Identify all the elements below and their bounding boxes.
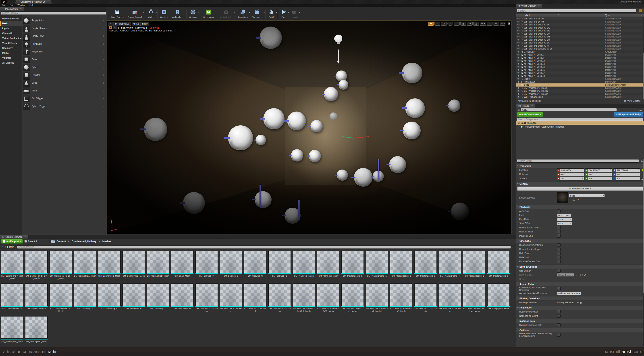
clear-icon[interactable]: ✗ [584,274,586,276]
location-label[interactable]: Location▾ [516,168,556,172]
category-geometry[interactable]: Geometry [0,46,22,51]
close-icon[interactable]: ✕ [538,5,540,7]
scale-snap-value[interactable]: 1▾ [493,22,499,26]
outliner-row-mi-atlas-a-decal16[interactable]: ◪MI_Atlas_A_Decal16DecalActor [516,68,644,72]
level-tab[interactable]: Condemned_Hallway_06* [15,0,52,4]
visibility-toggle[interactable] [516,33,520,35]
asset-tile-sm-ceiling-int-b-2x4-mesh[interactable]: SM_Ceiling_Int_B_2x4_Mesh [25,251,48,283]
category-cinematic[interactable]: Cinematic [0,31,22,36]
asset-tile-sm-plasterdebris-a-mesh[interactable]: SM_PlasterDebris_A_Mesh [50,284,72,315]
asset-tile-sm-ceilingtiled-mesh[interactable]: SM_CeilingTileD_Mesh [147,251,169,283]
move-tool-button[interactable]: ✣ [428,22,434,26]
outliner-row-sm-wallpaperc-mesh3[interactable]: ⌂SM_WallpaperC_Mesh3StaticMeshActor [516,89,644,93]
place-actor-empty-character[interactable]: Empty Character≣ [23,24,106,32]
unchecked-checkbox[interactable] [557,243,560,247]
visibility-toggle[interactable] [516,63,520,65]
unchecked-checkbox[interactable] [557,226,560,229]
outliner-row-wb-wall-int-window-a-2x[interactable]: ⌂WB_Wall_Int_Window_A_2xStaticMeshActor [516,47,644,50]
unchecked-checkbox[interactable] [557,230,560,233]
scale-x-field[interactable]: X1.0↔ [557,177,584,180]
visibility-toggle[interactable] [516,69,520,71]
section-playback[interactable]: ▾Playback [516,205,644,209]
scale-snap-button[interactable]: ↗ [487,22,492,26]
asset-tile-sm-wall-int-corner-1x1-mesh[interactable]: SM_Wall_Int_Corner_1x1_Mesh [342,284,364,315]
section-instance-data[interactable]: ▾Instance Data [516,319,644,323]
reset-icon[interactable]: ↺ [577,198,579,201]
asset-tile-sm-plasterdebris-5[interactable]: SM_PlasterDebris_5 [463,251,485,283]
outliner-row-wb-wall-int-door-a-2x[interactable]: ⌂WB_Wall_Int_Door_A_2xStaticMeshActor [516,23,644,26]
outliner-row-mi-atlas-a-decal17[interactable]: ◪MI_Atlas_A_Decal17DecalActor [516,71,644,74]
search-components-input[interactable] [516,118,643,121]
asset-tile-sm-wallpaperb-mesh[interactable]: SM_WallpaperB_Mesh [1,316,23,348]
visibility-toggle[interactable] [516,84,520,86]
asset-tile-sm-cobweb-a[interactable]: SM_Cobweb_A [196,251,218,283]
search-details-input[interactable] [516,159,639,163]
content-button[interactable]: Content [158,8,170,19]
back-arrow-icon[interactable]: ← [575,274,578,276]
menu-help[interactable]: Help [28,4,36,7]
outliner-row-mi-atlas-a-decal13[interactable]: ◪MI_Atlas_A_Decal13DecalActor [516,59,644,62]
visibility-toggle[interactable] [516,66,520,68]
outliner-search-input[interactable] [517,9,636,12]
show-button[interactable]: Show [140,22,149,26]
outliner-row-wb-wall-int-door-a-2x6[interactable]: ⌂WB_Wall_Int_Door_A_2x6StaticMeshActor [516,38,644,41]
unchecked-checkbox[interactable] [557,252,560,255]
search-icon[interactable] [578,274,581,276]
outliner-row-wb-wall-int-door-a-2x2[interactable]: ⌂WB_Wall_Int_Door_A_2x2StaticMeshActor [516,26,644,29]
outliner-row-mi-atlas-a-decal2[interactable]: ◪MI_Atlas_A_Decal2DecalActor [516,56,644,59]
place-actor-cube[interactable]: Cube≣ [23,55,106,63]
outliner-row-wb-wall-int-door-a-2x4[interactable]: ⌂WB_Wall_Int_Door_A_2x4StaticMeshActor [516,32,644,35]
visibility-toggle[interactable] [516,27,520,29]
unchecked-checkbox[interactable] [557,256,560,259]
asset-tile-sm-ceilingtilea-mesh[interactable]: SM_CeilingTileA_Mesh [74,251,96,283]
breadcrumb-content[interactable]: Content [56,240,66,243]
section-transform[interactable]: ▾Transform [516,164,644,168]
visibility-toggle[interactable] [516,72,520,74]
visibility-toggle[interactable] [516,39,520,41]
place-actor-point-light[interactable]: Point Light≣ [23,40,106,48]
breadcrumb-project[interactable]: Condemned_Hallway [72,240,96,243]
plus-icon[interactable]: + [582,274,583,276]
rotation-x-field[interactable]: X0.0 °↔ [557,173,584,176]
place-actor-empty-actor[interactable]: Empty Actor≣ [23,16,106,24]
asset-tile-sm-cobweb-b[interactable]: SM_Cobweb_B [220,251,242,283]
stop-piloting-button[interactable]: ▲ [109,26,112,29]
category-volumes[interactable]: Volumes [0,55,22,60]
place-actor-player-start[interactable]: Player Start≣ [23,48,106,55]
rotation-snap-button[interactable]: △ [473,22,479,26]
visibility-toggle[interactable] [516,90,520,92]
category-basic[interactable]: Basic [0,21,22,26]
search-icon[interactable] [573,199,575,201]
asset-tile-sm-trashbag-d[interactable]: SM_TrashBag_D [147,284,169,315]
visibility-toggle[interactable] [516,87,520,89]
category-virtual-production[interactable]: Virtual Production [0,36,22,41]
asset-tile-sm-wall-int-d-4x-mesh[interactable]: SM_Wall_Int_D_4x_Mesh [414,284,437,315]
details-scrollbar[interactable] [643,159,644,346]
build-button[interactable]: Build▾ [266,8,276,19]
asset-tile-sm-wallpaperc-mesh[interactable]: SM_WallpaperC_Mesh [25,316,48,348]
asset-tile-sm-wall-int-corner-3x3-mesh[interactable]: SM_Wall_Int_Corner_3x3_Mesh [390,284,412,315]
open-level-sequence-button[interactable]: Open Level Sequence [517,186,643,191]
level-viewport[interactable]: ▾ Perspective Lit Show ▲ [ Pilot Active … [107,20,512,234]
category-lights[interactable]: Lights [0,26,22,31]
asset-tile-sm-ceiling-int-a-2x4-mesh[interactable]: SM_Ceiling_Int_A_2x4_Mesh [1,251,23,283]
asset-tile-sm-wall-int-corner-2x2-mesh1[interactable]: SM_Wall_Int_Corner_2x2_Mesh1 [366,284,388,315]
unchecked-checkbox[interactable] [557,260,560,263]
section-replication[interactable]: ▾Replication [516,306,644,310]
place-actor-empty-pawn[interactable]: Empty Pawn≣ [23,32,106,40]
breadcrumb-meshes[interactable]: Meshes [102,240,111,243]
location-x-field[interactable]: X-238.90094↔ [557,168,584,172]
visibility-toggle[interactable] [516,21,520,23]
asset-tile-sm-chair-mesh[interactable]: SM_Chair_Mesh [171,251,194,283]
place-actor-sphere[interactable]: Sphere≣ [23,63,106,71]
add-component-button[interactable]: + Add Component ▾ [517,112,543,117]
place-actor-box-trigger[interactable]: Box Trigger≣ [23,95,106,102]
category-media[interactable]: Media [0,51,22,55]
asset-tile-sm-cobweb-d[interactable]: SM_Cobweb_D [268,251,291,283]
asset-tile-sm-cobweb-c[interactable]: SM_Cobweb_C [244,251,266,283]
outliner-row-sm-wallpaperc-mesh4[interactable]: ⌂SM_WallpaperC_Mesh4StaticMeshActor [516,93,644,96]
level-sequence-thumbnail[interactable] [557,192,568,203]
component-seq1-instance[interactable]: ▤ Seq1 (Instance) [516,121,644,125]
play-rate-field[interactable]: 1.0 x↔ [557,218,572,221]
back-button[interactable]: ← [38,240,42,243]
